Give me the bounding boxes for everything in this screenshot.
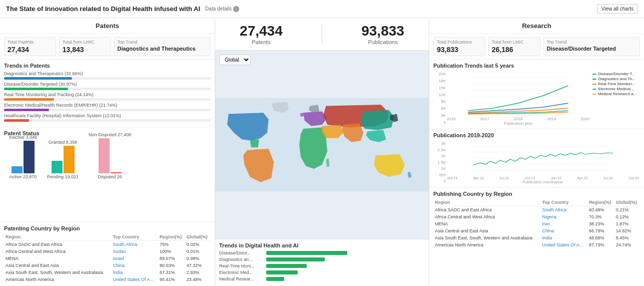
country-cell[interactable]: India: [540, 234, 587, 241]
trend-item: Electronic Medical/Health Records (EMR/E…: [4, 103, 211, 111]
total-patents-label: Total Patents: [8, 40, 53, 45]
trend-digital-item: Disease/Disor...: [219, 250, 425, 255]
table-row: MENA Iran 38.23% 1.87%: [433, 220, 640, 227]
country-cell[interactable]: China: [111, 262, 158, 269]
pub-trends-legend: Disease/Disorder T... Diagnostics and Th…: [592, 71, 640, 126]
trend-bar-bg: [4, 88, 211, 90]
pub-2019-title: Publications 2019-2020: [433, 132, 640, 138]
pub-trends-svg: [446, 71, 590, 116]
trend-bar-fill: [4, 109, 49, 111]
trend-bar-fill: [4, 119, 29, 122]
country-cell[interactable]: United States Of A...: [111, 276, 158, 283]
trend-label: Real-Time Monitoring and Tracking (24.14…: [4, 92, 211, 97]
pub-trends-chart-area: 21K18K15K 12K9K6K 3K0: [433, 71, 590, 126]
data-details[interactable]: Data details i: [205, 6, 239, 12]
pub-2019-svg-container: Jan-19Apr-19Jul-19Oct-19Jan-20Apr-20Jul-…: [446, 140, 640, 184]
inactive-active-bars: [12, 141, 35, 173]
global-pct-cell: 8.45%: [614, 234, 640, 241]
pub-trends-inner: 21K18K15K 12K9K6K 3K0: [433, 71, 590, 126]
view-all-charts-button[interactable]: View all charts: [597, 4, 638, 14]
patents-big-number: 27,434: [240, 23, 283, 39]
global-pct-cell: 0.01%: [185, 248, 211, 255]
global-pct-cell: 0.12%: [614, 213, 640, 220]
legend-dot-medical: [592, 94, 596, 95]
table-row: Asia South East, South, Western and Aust…: [4, 269, 211, 276]
country-cell[interactable]: Iran: [540, 220, 587, 227]
main-layout: Patents Total Patents 27,434 Total from …: [0, 18, 644, 286]
legend-dot-realtime: [592, 84, 596, 85]
publishing-country-section: Publishing Country by Region Region Top …: [429, 188, 644, 286]
research-top-trend-card: Top Trend Disease/Disorder Targeted: [543, 37, 640, 56]
world-map-svg: [215, 51, 429, 239]
table-row: Americas North America United States Of …: [4, 276, 211, 283]
patents-big-label: Patents: [240, 39, 283, 45]
patent-status-chart: Inactive 3,046 Active 23,870 Granted 8,3…: [4, 139, 211, 179]
inactive-active-group: Inactive 3,046 Active 23,870: [9, 135, 37, 179]
publications-big-number: 93,833: [361, 23, 404, 39]
global-pct-cell: 1.87%: [614, 220, 640, 227]
map-area: Global: [215, 51, 429, 239]
table-row: Asia Central and East Asia China 66.79% …: [433, 227, 640, 234]
table-row: Africa Central and West Africa Nigeria 7…: [433, 213, 640, 220]
trend-bar-bg: [4, 119, 211, 122]
region-pct-cell: 66.79%: [587, 227, 614, 234]
total-pub-value: 93,833: [437, 46, 482, 54]
region-cell: Africa SADC and East Africa: [433, 206, 540, 214]
country-cell[interactable]: Nigeria: [540, 213, 587, 220]
trends-digital-bars: Disease/Disor... Diagnostics an... Real-…: [219, 250, 425, 281]
region-cell: Africa Central and West Africa: [433, 213, 540, 220]
country-cell[interactable]: United States Of A...: [540, 241, 587, 248]
col-global-pct: Global(%): [185, 233, 211, 241]
patenting-country-title: Patenting Country by Region: [4, 225, 211, 231]
pub-trends-svg-container: 20162017201820192020 Publication year: [446, 71, 590, 126]
region-cell: Africa Central and West Africa: [4, 248, 111, 255]
active-bar: [24, 141, 35, 173]
pub-2019-yaxis: 3K2.5K2K1.5K1K5000: [433, 140, 446, 184]
region-cell: MENA: [433, 220, 540, 227]
pub-trends-section: Publication Trends last 5 years 21K18K15…: [429, 60, 644, 129]
top-trend-label: Top Trend: [118, 40, 208, 45]
top-trend-value: Diagnostics and Therapeutics: [118, 46, 208, 52]
total-pub-label: Total Publications: [437, 40, 482, 45]
region-pct-cell: 60.49%: [587, 206, 614, 214]
country-cell[interactable]: South Africa: [111, 241, 158, 248]
publications-big-label: Publications: [361, 39, 404, 45]
legend-dot-diagnostics: [592, 79, 596, 80]
country-cell[interactable]: China: [540, 227, 587, 234]
pub-2019-xlabel: Publication month/year: [446, 180, 640, 184]
global-dropdown[interactable]: Global: [219, 55, 251, 65]
publishing-country-title: Publishing Country by Region: [433, 191, 640, 197]
trends-patents-section: Trends in Patents Diagnostics and Therap…: [0, 60, 215, 127]
pub-trends-yaxis: 21K18K15K 12K9K6K 3K0: [433, 71, 446, 126]
research-lmic-value: 26,186: [492, 46, 537, 54]
granted-pending-group: Granted 8,356 Pending 19,021: [47, 140, 79, 179]
country-cell[interactable]: South Africa: [540, 206, 587, 214]
region-pct-cell: 89.07%: [158, 255, 185, 262]
trend-bar-fill: [4, 98, 54, 101]
publications-big-stat: 93,833 Publications: [361, 23, 404, 45]
table-row: Africa Central and West Africa Sudan 100…: [4, 248, 211, 255]
page-title: The State of Innovation related to Digit…: [6, 5, 200, 13]
global-pct-cell: 23.48%: [185, 276, 211, 283]
region-pct-cell: 48.68%: [587, 234, 614, 241]
pub-col-region-pct: Region(%): [587, 199, 614, 206]
nondisputed-bars: [99, 138, 122, 173]
trend-label: Disease/Disorder Targeted (30.97%): [4, 82, 211, 87]
legend-medical-research: Medical Research a...: [592, 92, 640, 96]
region-cell: Asia South East, South, Western and Aust…: [433, 234, 540, 241]
disputed-label: Disputed 26: [98, 174, 122, 179]
region-pct-cell: 70.3%: [587, 213, 614, 220]
country-cell[interactable]: Israel: [111, 255, 158, 262]
pub-trends-xaxis: 20162017201820192020: [446, 117, 590, 121]
publishing-country-table: Region Top Country Region(%) Global(%) A…: [433, 199, 640, 248]
trend-item: Healthcare Facility (Hospital) Informati…: [4, 113, 211, 122]
center-panel: 27,434 Patents 93,833 Publications Globa…: [215, 18, 429, 286]
total-pub-card: Total Publications 93,833: [433, 37, 485, 56]
country-cell[interactable]: Sudan: [111, 248, 158, 255]
nondisputed-bar: [99, 138, 110, 173]
top-trend-card: Top Trend Diagnostics and Therapeutics: [114, 37, 211, 56]
trend-item: Diagnostics and Therapeutics (32.86%): [4, 71, 211, 80]
disputed-bar: [111, 172, 122, 173]
trend-digital-label: Electronic Med...: [219, 270, 264, 275]
country-cell[interactable]: India: [111, 269, 158, 276]
